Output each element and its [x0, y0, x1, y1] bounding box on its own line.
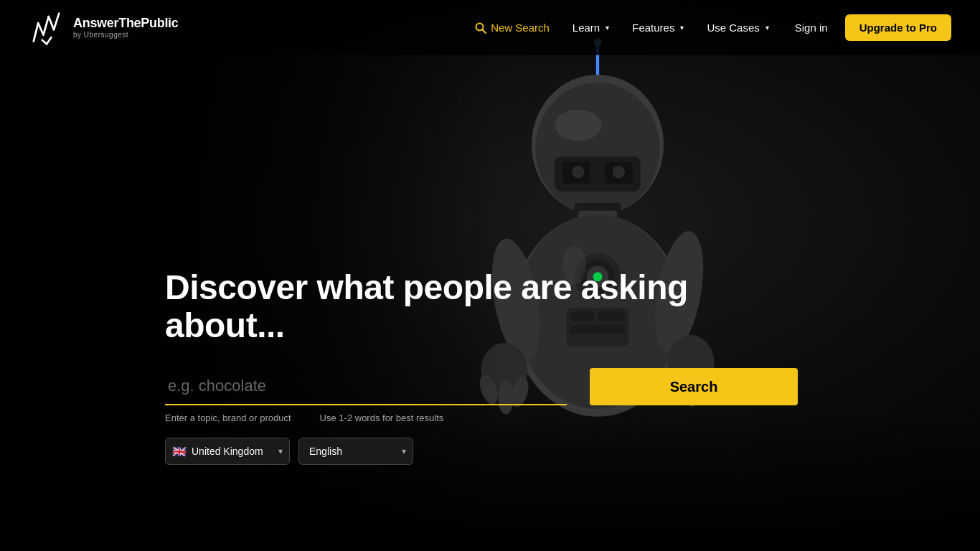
features-nav-link[interactable]: Features ▾: [623, 16, 692, 39]
svg-line-33: [34, 23, 38, 41]
learn-nav-link[interactable]: Learn ▾: [564, 16, 618, 39]
svg-point-8: [572, 166, 584, 178]
use-cases-chevron-icon: ▾: [765, 24, 769, 32]
nav-links: New Search Learn ▾ Features ▾ Use Cases …: [466, 14, 951, 41]
signin-link[interactable]: Sign in: [783, 16, 839, 39]
new-search-nav-link[interactable]: New Search: [466, 16, 558, 39]
logo-icon: [29, 10, 65, 46]
search-row: Search: [165, 368, 811, 405]
svg-line-35: [43, 17, 48, 34]
svg-point-9: [613, 166, 625, 178]
search-button[interactable]: Search: [590, 368, 798, 405]
svg-point-4: [555, 110, 601, 141]
hero-title: Discover what people are asking about...: [165, 269, 811, 345]
country-select-wrapper: 🇬🇧 United Kingdom United States Australi…: [165, 438, 290, 465]
logo-main-text: AnswerThePublic: [73, 17, 179, 31]
logo[interactable]: AnswerThePublic by Ubersuggest: [29, 10, 179, 46]
svg-point-3: [535, 83, 659, 215]
logo-sub-text: by Ubersuggest: [73, 31, 179, 39]
hero-content: Discover what people are asking about...…: [165, 269, 811, 465]
svg-line-39: [47, 37, 51, 44]
svg-line-37: [54, 13, 59, 29]
upgrade-button[interactable]: Upgrade to Pro: [845, 14, 951, 41]
language-select[interactable]: English French German Spanish Italian: [298, 438, 413, 465]
language-select-wrapper: English French German Spanish Italian ▾: [298, 438, 413, 465]
svg-line-41: [483, 29, 486, 33]
hint-topic: Enter a topic, brand or product: [165, 413, 291, 423]
search-input[interactable]: [165, 368, 567, 405]
search-hint: Enter a topic, brand or product Use 1-2 …: [165, 413, 811, 423]
use-cases-nav-link[interactable]: Use Cases ▾: [698, 16, 777, 39]
navbar: AnswerThePublic by Ubersuggest New Searc…: [0, 0, 980, 55]
learn-chevron-icon: ▾: [606, 24, 609, 32]
search-input-wrapper: [165, 368, 567, 405]
filter-row: 🇬🇧 United Kingdom United States Australi…: [165, 438, 811, 465]
country-select[interactable]: United Kingdom United States Australia C…: [165, 438, 290, 465]
hint-words: Use 1-2 words for best results: [320, 413, 444, 423]
features-chevron-icon: ▾: [680, 24, 684, 32]
svg-line-36: [49, 17, 54, 29]
search-icon-nav: [475, 22, 486, 34]
svg-line-34: [38, 23, 43, 34]
